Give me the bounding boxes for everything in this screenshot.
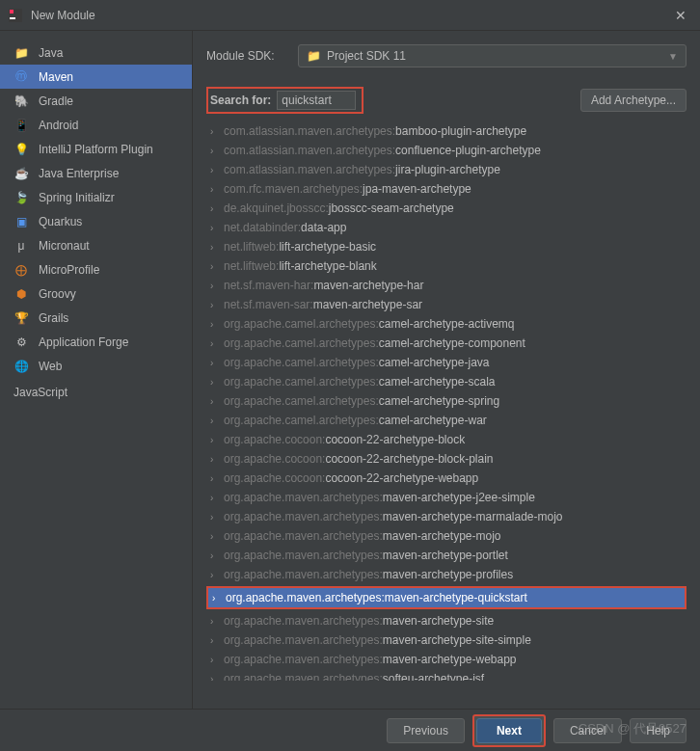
sidebar-item-label: Java [39, 46, 63, 60]
archetype-group: org.apache.maven.archetypes: [224, 491, 383, 504]
titlebar: New Module ✕ [0, 0, 700, 31]
chevron-right-icon: › [210, 454, 224, 465]
sdk-select[interactable]: 📁 Project SDK 11 ▼ [298, 44, 687, 67]
archetype-row[interactable]: ›com.atlassian.maven.archetypes:jira-plu… [206, 160, 687, 179]
archetype-row[interactable]: ›net.sf.maven-sar:maven-archetype-sar [206, 295, 687, 314]
archetype-artifact: maven-archetype-profiles [383, 568, 513, 581]
chevron-right-icon: › [210, 396, 224, 407]
archetype-row[interactable]: ›com.rfc.maven.archetypes:jpa-maven-arch… [206, 179, 687, 199]
archetype-group: net.databinder: [224, 221, 301, 234]
sidebar-item-label: Spring Initializr [39, 191, 115, 204]
archetype-group: org.apache.maven.archetypes: [224, 653, 383, 666]
sidebar-item-java-enterprise[interactable]: ☕Java Enterprise [0, 161, 192, 185]
svg-rect-1 [10, 10, 13, 13]
search-input[interactable] [277, 91, 356, 110]
chevron-right-icon: › [210, 435, 224, 445]
grails-icon: 🏆 [13, 310, 29, 326]
archetype-artifact: lift-archetype-blank [279, 259, 376, 273]
chevron-right-icon: › [210, 184, 224, 195]
sidebar-item-maven[interactable]: ⓜMaven [0, 65, 192, 89]
archetype-group: org.apache.maven.archetypes: [224, 614, 383, 628]
android-icon: 📱 [13, 118, 29, 133]
archetype-artifact: lift-archetype-basic [279, 240, 376, 254]
archetype-group: org.apache.camel.archetypes: [224, 356, 379, 369]
archetype-group: org.apache.maven.archetypes: [224, 672, 383, 681]
sidebar-item-label: MicroProfile [39, 263, 99, 277]
archetype-row[interactable]: ›org.apache.camel.archetypes:camel-arche… [206, 314, 687, 334]
sidebar-item-microprofile[interactable]: ⨁MicroProfile [0, 257, 192, 282]
maven-icon: ⓜ [13, 69, 29, 85]
archetype-row[interactable]: ›org.apache.maven.archetypes:maven-arche… [206, 546, 687, 565]
archetype-group: org.apache.maven.archetypes: [224, 633, 383, 647]
archetype-row[interactable]: ›de.akquinet.jbosscc:jbosscc-seam-archet… [206, 199, 687, 218]
archetype-row[interactable]: ›org.apache.maven.archetypes:maven-arche… [208, 588, 685, 607]
archetype-row[interactable]: ›net.liftweb:lift-archetype-blank [206, 256, 687, 276]
archetype-artifact: maven-archetype-site [383, 614, 494, 628]
window-title: New Module [31, 9, 669, 22]
archetype-row[interactable]: ›org.apache.maven.archetypes:maven-arche… [206, 488, 687, 507]
sdk-label: Module SDK: [206, 49, 298, 63]
archetype-row[interactable]: ›org.apache.camel.archetypes:camel-arche… [206, 391, 687, 411]
sidebar-item-spring-initializr[interactable]: 🍃Spring Initializr [0, 185, 192, 209]
main-panel: Module SDK: 📁 Project SDK 11 ▼ Search fo… [193, 31, 700, 709]
previous-button[interactable]: Previous [387, 718, 465, 743]
archetype-group: org.apache.camel.archetypes: [224, 414, 379, 427]
archetype-group: com.atlassian.maven.archetypes: [224, 163, 395, 176]
archetype-row[interactable]: ›org.apache.camel.archetypes:camel-arche… [206, 334, 687, 353]
archetype-row[interactable]: ›net.liftweb:lift-archetype-basic [206, 237, 687, 256]
chevron-right-icon: › [210, 655, 224, 665]
archetype-artifact: softeu-archetype-jsf [383, 672, 484, 681]
archetype-row[interactable]: ›org.apache.maven.archetypes:maven-arche… [206, 630, 687, 650]
next-button[interactable]: Next [476, 718, 542, 743]
archetype-artifact: confluence-plugin-archetype [395, 144, 541, 157]
archetype-row[interactable]: ›org.apache.maven.archetypes:maven-arche… [206, 650, 687, 669]
archetype-group: org.apache.maven.archetypes: [224, 549, 383, 562]
chevron-right-icon: › [210, 358, 224, 368]
chevron-right-icon: › [210, 146, 224, 156]
archetype-row[interactable]: ›org.apache.cocoon:cocoon-22-archetype-b… [206, 430, 687, 449]
sidebar-item-javascript[interactable]: JavaScript [0, 378, 192, 407]
archetype-row[interactable]: ›com.atlassian.maven.archetypes:bamboo-p… [206, 121, 687, 141]
sidebar-item-label: Android [39, 119, 78, 132]
cancel-button[interactable]: Cancel [553, 718, 622, 743]
intellij-icon [8, 8, 23, 23]
archetype-row[interactable]: ›org.apache.camel.archetypes:camel-arche… [206, 372, 687, 391]
archetype-row[interactable]: ›net.sf.maven-har:maven-archetype-har [206, 276, 687, 295]
sidebar-item-application-forge[interactable]: ⚙Application Forge [0, 330, 192, 354]
search-label: Search for: [210, 94, 271, 107]
archetype-row[interactable]: ›org.apache.maven.archetypes:maven-arche… [206, 526, 687, 546]
archetype-artifact: maven-archetype-portlet [383, 549, 508, 562]
archetype-row[interactable]: ›org.apache.maven.archetypes:maven-arche… [206, 565, 687, 584]
archetype-row[interactable]: ›org.apache.cocoon:cocoon-22-archetype-b… [206, 449, 687, 469]
sidebar-item-label: Java Enterprise [39, 167, 119, 180]
sidebar-item-web[interactable]: 🌐Web [0, 354, 192, 378]
archetype-artifact: maven-archetype-marmalade-mojo [383, 510, 563, 523]
sidebar-item-intellij-platform-plugin[interactable]: 💡IntelliJ Platform Plugin [0, 137, 192, 161]
archetype-row[interactable]: ›org.apache.maven.archetypes:maven-arche… [206, 507, 687, 526]
sidebar-item-android[interactable]: 📱Android [0, 113, 192, 137]
sidebar-item-groovy[interactable]: ⬢Groovy [0, 282, 192, 306]
archetype-row[interactable]: ›org.apache.cocoon:cocoon-22-archetype-w… [206, 469, 687, 488]
sidebar-item-quarkus[interactable]: ▣Quarkus [0, 209, 192, 233]
archetype-artifact: camel-archetype-spring [379, 394, 499, 408]
sidebar-item-micronaut[interactable]: μMicronaut [0, 233, 192, 257]
selected-archetype-highlight: ›org.apache.maven.archetypes:maven-arche… [206, 586, 687, 609]
close-icon[interactable]: ✕ [669, 8, 692, 23]
sidebar-item-grails[interactable]: 🏆Grails [0, 306, 192, 330]
archetype-artifact: maven-archetype-j2ee-simple [383, 491, 535, 504]
archetype-artifact: maven-archetype-webapp [383, 653, 517, 666]
archetype-artifact: maven-archetype-mojo [383, 529, 501, 543]
sidebar-item-label: Web [39, 360, 62, 373]
archetype-row[interactable]: ›com.atlassian.maven.archetypes:confluen… [206, 141, 687, 160]
sidebar-item-gradle[interactable]: 🐘Gradle [0, 89, 192, 113]
archetype-row[interactable]: ›org.apache.maven.archetypes:softeu-arch… [206, 669, 687, 681]
archetype-row[interactable]: ›org.apache.camel.archetypes:camel-arche… [206, 353, 687, 372]
help-button[interactable]: Help [630, 718, 687, 743]
sidebar-item-java[interactable]: 📁Java [0, 40, 192, 65]
archetype-row[interactable]: ›org.apache.maven.archetypes:maven-arche… [206, 611, 687, 630]
add-archetype-button[interactable]: Add Archetype... [580, 89, 687, 112]
search-highlight: Search for: [206, 87, 363, 114]
archetype-row[interactable]: ›org.apache.camel.archetypes:camel-arche… [206, 411, 687, 430]
archetype-tree[interactable]: ›com.atlassian.maven.archetypes:bamboo-p… [206, 121, 687, 681]
archetype-row[interactable]: ›net.databinder:data-app [206, 218, 687, 237]
